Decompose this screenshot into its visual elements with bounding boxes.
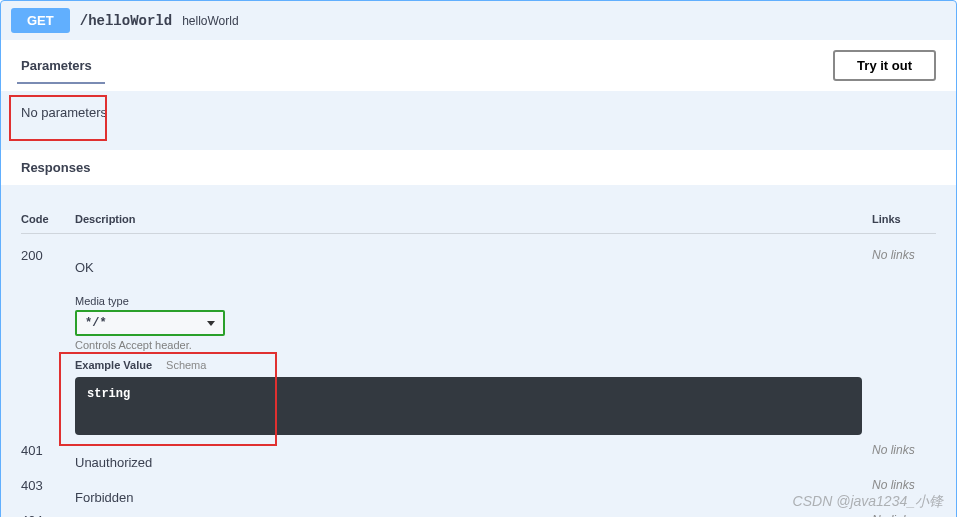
media-type-value: */* [85,316,107,330]
try-it-out-button[interactable]: Try it out [833,50,936,81]
parameters-heading: Parameters [21,58,92,73]
response-code: 403 [21,478,75,505]
example-wrapper: Example ValueSchemastring [75,359,862,435]
col-header-code: Code [21,213,75,225]
endpoint-summary: helloWorld [182,14,238,28]
parameters-body: No parameters [1,91,956,150]
table-row: 200OKMedia type*/*Controls Accept header… [21,244,936,439]
responses-table: Code Description Links 200OKMedia type*/… [21,209,936,517]
media-type-select[interactable]: */* [75,310,225,336]
chevron-down-icon [207,321,215,326]
http-method-badge: GET [11,8,70,33]
annotation-box-example [59,352,277,446]
parameters-header-bar: Parameters Try it out [1,40,956,91]
response-links: No links [872,478,936,505]
table-row: 403ForbiddenNo links [21,474,936,509]
response-description-cell: Forbidden [75,478,872,505]
response-description-cell: Unauthorized [75,443,872,470]
response-description-text: OK [75,260,862,275]
table-header-row: Code Description Links [21,209,936,234]
response-links: No links [872,443,936,470]
accept-header-hint: Controls Accept header. [75,339,862,351]
response-description-text: Unauthorized [75,455,862,470]
endpoint-path: /helloWorld [80,13,172,29]
response-description-cell: Not Found [75,513,872,517]
responses-header-bar: Responses [1,150,956,185]
endpoint-header[interactable]: GET /helloWorld helloWorld [1,1,956,40]
col-header-description: Description [75,213,872,225]
response-description-cell: OKMedia type*/*Controls Accept header.Ex… [75,248,872,435]
annotation-box-params [9,95,107,141]
media-type-label: Media type [75,295,862,307]
response-code: 401 [21,443,75,470]
responses-heading: Responses [21,160,90,175]
response-links: No links [872,513,936,517]
table-row: 404Not FoundNo links [21,509,936,517]
response-code: 404 [21,513,75,517]
responses-body: Code Description Links 200OKMedia type*/… [1,185,956,517]
col-header-links: Links [872,213,936,225]
response-description-text: Forbidden [75,490,862,505]
response-links: No links [872,248,936,435]
api-operation-panel: GET /helloWorld helloWorld Parameters Tr… [0,0,957,517]
